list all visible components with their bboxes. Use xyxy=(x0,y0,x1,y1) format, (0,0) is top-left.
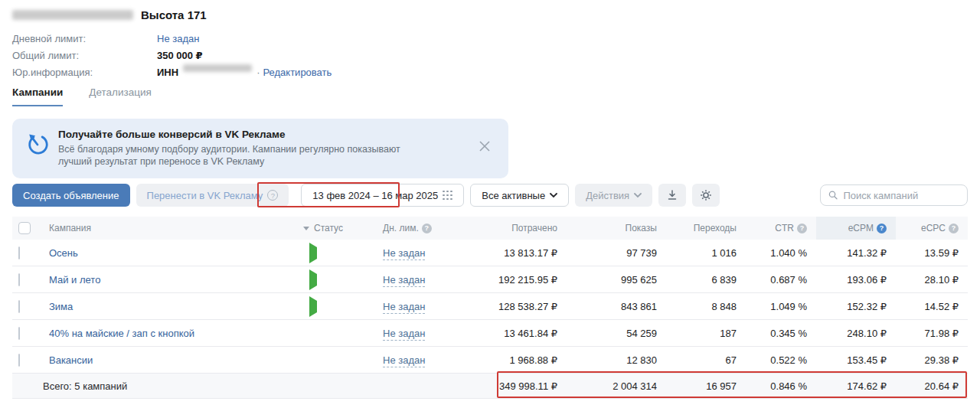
clicks-cell: 1 016 xyxy=(666,247,746,259)
transfer-to-vk-ads-button[interactable]: Перенести в VK Рекламу ? xyxy=(136,184,289,207)
actions-dropdown[interactable]: Действия xyxy=(575,184,652,207)
status-filter-dropdown[interactable]: Все активные xyxy=(470,184,569,207)
search-icon xyxy=(828,190,838,201)
col-campaign-label: Кампания xyxy=(49,223,91,233)
campaign-name-link[interactable]: Осень xyxy=(49,247,78,259)
col-impressions[interactable]: Показы xyxy=(567,217,666,240)
status-active-icon xyxy=(309,269,317,290)
download-icon xyxy=(667,190,678,201)
row-checkbox[interactable] xyxy=(18,327,20,340)
select-all-checkbox[interactable] xyxy=(18,222,31,234)
totals-ecpc: 20.64 ₽ xyxy=(896,380,968,392)
table-body: Осень Не задан 13 813.17 ₽ 97 739 1 016 … xyxy=(12,240,968,374)
row-checkbox[interactable] xyxy=(18,300,20,313)
totals-label: Всего: 5 кампаний xyxy=(43,380,473,392)
question-outline-icon: ? xyxy=(267,190,278,201)
daily-limit-link[interactable]: Не задан xyxy=(383,301,425,314)
banner-text: Всё благодаря умному подбору аудитории. … xyxy=(58,143,418,168)
daily-limit-link[interactable]: Не задан xyxy=(383,328,425,341)
impressions-cell: 12 830 xyxy=(567,354,666,366)
col-status-label: Статус xyxy=(314,223,343,233)
gear-icon xyxy=(700,189,712,201)
tab-details[interactable]: Детализация xyxy=(89,86,151,106)
vk-ads-logo-icon xyxy=(26,133,49,159)
col-spent[interactable]: Потрачено xyxy=(473,217,567,240)
blurred-inn-value xyxy=(183,64,252,72)
col-campaign[interactable]: Кампания xyxy=(43,217,297,240)
account-header: Высота 171 Дневной лимит: Не задан Общий… xyxy=(12,6,332,81)
settings-button[interactable] xyxy=(692,184,720,207)
status-active-icon xyxy=(309,296,317,317)
tab-campaigns[interactable]: Кампании xyxy=(12,86,63,106)
ecpc-cell: 13.59 ₽ xyxy=(896,247,968,259)
search-input[interactable] xyxy=(843,190,959,201)
impressions-cell: 54 259 xyxy=(567,328,666,339)
totals-clicks: 16 957 xyxy=(666,380,746,392)
date-range-picker[interactable]: 13 фев 2024 – 16 мар 2025 xyxy=(301,184,464,207)
vk-ads-page: Высота 171 Дневной лимит: Не задан Общий… xyxy=(0,0,980,408)
close-icon[interactable] xyxy=(478,139,493,156)
spent-cell: 13 813.17 ₽ xyxy=(473,247,567,259)
col-ecpc[interactable]: eCPC xyxy=(896,217,968,240)
campaign-name-link[interactable]: Зима xyxy=(49,301,73,312)
daily-limit-value-link[interactable]: Не задан xyxy=(157,31,199,47)
tabs: Кампании Детализация xyxy=(12,86,152,106)
daily-limit-link[interactable]: Не задан xyxy=(383,247,425,260)
date-range-label: 13 фев 2024 – 16 мар 2025 xyxy=(312,190,438,201)
totals-ecpm: 174.62 ₽ xyxy=(816,380,896,392)
clicks-cell: 6 839 xyxy=(666,274,746,286)
col-status[interactable]: Статус xyxy=(297,217,383,240)
ctr-cell: 0.687 % xyxy=(746,274,816,286)
table-row: 40% на майские / зап с кнопкой Не задан … xyxy=(12,320,968,347)
col-ctr[interactable]: CTR xyxy=(746,217,816,240)
table-row: Зима Не задан 128 538.27 ₽ 843 861 8 848… xyxy=(12,293,968,320)
ctr-cell: 1.049 % xyxy=(746,301,816,312)
total-limit-label: Общий лимит: xyxy=(12,47,157,64)
clicks-cell: 8 848 xyxy=(666,301,746,312)
col-daily-limit-label: Дн. лим. xyxy=(383,223,419,233)
spent-cell: 1 968.88 ₽ xyxy=(473,354,567,366)
row-checkbox[interactable] xyxy=(18,273,20,286)
impressions-cell: 995 625 xyxy=(567,274,666,286)
clicks-cell: 67 xyxy=(666,354,746,366)
col-daily-limit[interactable]: Дн. лим. xyxy=(383,217,473,240)
table-row: Вакансии Не задан 1 968.88 ₽ 12 830 67 0… xyxy=(12,347,968,374)
help-icon[interactable] xyxy=(797,224,807,233)
export-download-button[interactable] xyxy=(658,184,686,207)
help-icon-active[interactable] xyxy=(877,224,887,233)
create-ad-button[interactable]: Создать объявление xyxy=(12,184,130,207)
row-checkbox[interactable] xyxy=(18,354,20,367)
ecpc-cell: 28.10 ₽ xyxy=(896,274,968,286)
ecpc-cell: 71.98 ₽ xyxy=(896,328,968,339)
table-header-row: Кампания Статус Дн. лим. Потрачено Показ… xyxy=(12,217,968,240)
edit-legal-link[interactable]: Редактировать xyxy=(263,64,332,81)
page-title: Высота 171 xyxy=(141,8,207,21)
transfer-button-label: Перенести в VK Рекламу xyxy=(147,190,263,201)
help-icon[interactable] xyxy=(422,224,432,233)
row-checkbox[interactable] xyxy=(18,246,20,259)
total-limit-value: 350 000 ₽ xyxy=(157,47,203,64)
separator-dot: · xyxy=(256,64,260,81)
col-clicks-label: Переходы xyxy=(694,223,737,233)
clicks-cell: 187 xyxy=(666,328,746,339)
totals-row: Всего: 5 кампаний 349 998.11 ₽ 2 004 314… xyxy=(12,374,968,399)
daily-limit-link[interactable]: Не задан xyxy=(383,274,425,287)
table-row: Май и лето Не задан 192 215.95 ₽ 995 625… xyxy=(12,266,968,293)
inn-label: ИНН xyxy=(157,64,178,81)
campaign-name-link[interactable]: 40% на майские / зап с кнопкой xyxy=(49,328,194,339)
col-ctr-label: CTR xyxy=(775,223,794,233)
campaign-name-link[interactable]: Вакансии xyxy=(49,354,93,366)
col-ecpm[interactable]: eCPM xyxy=(816,217,896,240)
totals-ctr: 0.846 % xyxy=(746,380,816,392)
ctr-cell: 1.040 % xyxy=(746,247,816,259)
help-icon[interactable] xyxy=(949,224,959,233)
spent-cell: 128 538.27 ₽ xyxy=(473,301,567,312)
actions-label: Действия xyxy=(586,190,629,201)
calendar-grid-icon xyxy=(443,191,452,201)
campaign-name-link[interactable]: Май и лето xyxy=(49,274,100,286)
campaign-search[interactable] xyxy=(820,184,968,206)
ecpm-cell: 153.45 ₽ xyxy=(816,354,896,366)
col-clicks[interactable]: Переходы xyxy=(666,217,746,240)
daily-limit-link[interactable]: Не задан xyxy=(383,354,425,367)
chevron-down-icon xyxy=(634,193,642,198)
